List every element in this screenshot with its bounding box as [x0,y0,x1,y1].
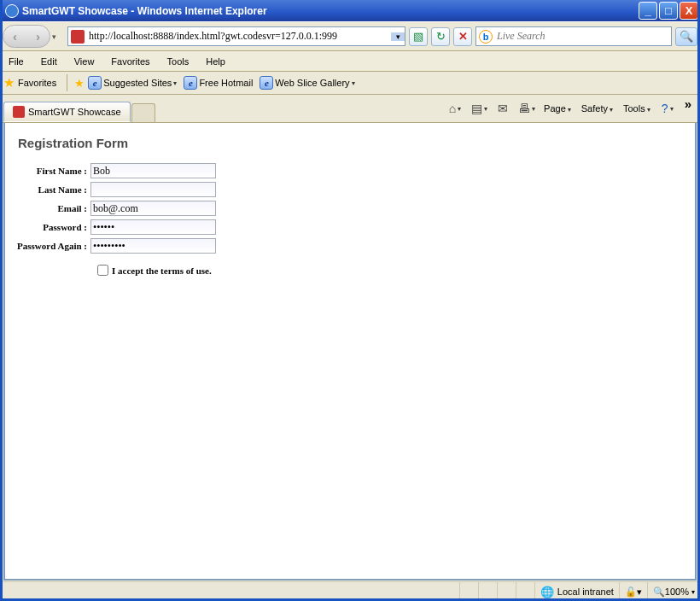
print-icon[interactable]: 🖶▾ [515,102,539,115]
forward-button[interactable]: › [26,26,50,47]
password-label: Password : [5,222,90,232]
suggested-sites-link[interactable]: e Suggested Sites ▾ [88,76,177,90]
more-chevron-icon[interactable]: » [685,96,691,111]
close-button[interactable]: X [680,2,698,20]
nav-history-dropdown[interactable]: ▾ [52,32,62,41]
last-name-input[interactable] [90,182,216,197]
ie-icon: e [184,76,197,90]
menu-view[interactable]: View [66,56,103,67]
free-hotmail-link[interactable]: e Free Hotmail [184,76,253,90]
web-slice-link[interactable]: e Web Slice Gallery ▾ [260,76,354,90]
mail-icon[interactable]: ✉ [491,102,515,115]
refresh-button[interactable]: ↻ [431,27,450,46]
feeds-icon[interactable]: ▤▾ [467,102,491,115]
tab-title: SmartGWT Showcase [28,107,121,117]
url-dropdown[interactable]: ▾ [391,32,405,41]
terms-checkbox[interactable] [97,265,108,276]
favorites-button[interactable]: Favorites [18,78,56,88]
security-zone[interactable]: 🌐 Local intranet [534,582,619,601]
minimize-button[interactable]: _ [639,2,657,20]
ie-icon: e [88,76,102,90]
menu-favorites[interactable]: Favorites [102,56,158,67]
email-label: Email : [5,203,90,213]
tools-menu[interactable]: Tools▾ [623,103,650,114]
compat-button[interactable]: ▧ [409,27,428,46]
back-button[interactable]: ‹ [3,26,26,47]
maximize-button[interactable]: □ [659,2,678,20]
url-input[interactable] [87,29,391,44]
zoom-level[interactable]: 🔍 100%▾ [647,582,700,601]
menu-help[interactable]: Help [197,56,234,67]
bing-icon: b [479,30,493,44]
email-input[interactable] [90,201,216,216]
search-button[interactable]: 🔍 [675,27,697,46]
chevron-down-icon: ▾ [352,79,355,87]
menu-tools[interactable]: Tools [159,56,198,67]
window-title: SmartGWT Showcase - Windows Internet Exp… [22,5,267,17]
search-bar[interactable]: b [475,26,672,46]
browser-tab[interactable]: SmartGWT Showcase [3,102,131,122]
safety-menu[interactable]: Safety▾ [581,103,613,114]
first-name-label: First Name : [5,166,90,176]
add-favorite-icon[interactable]: ★ [74,77,85,90]
chevron-down-icon: ▾ [173,79,177,87]
favorites-star-icon[interactable]: ★ [3,75,15,90]
separator [67,74,67,91]
menu-edit[interactable]: Edit [32,56,66,67]
status-text [0,582,459,601]
protected-mode-icon[interactable]: 🔓▾ [619,582,647,601]
last-name-label: Last Name : [5,184,90,195]
home-icon[interactable]: ⌂▾ [443,102,467,115]
web-slice-label: Web Slice Gallery [275,78,349,88]
page-menu[interactable]: Page▾ [544,103,571,114]
free-hotmail-label: Free Hotmail [199,78,253,88]
ie-app-icon [5,4,19,18]
suggested-sites-label: Suggested Sites [103,78,172,88]
address-bar[interactable]: ▾ [67,26,405,46]
menu-file[interactable]: File [0,56,32,67]
new-tab-button[interactable] [131,103,155,122]
password-again-input[interactable] [90,238,216,254]
tab-favicon-icon [13,106,25,118]
password-input[interactable] [90,219,216,235]
ie-icon: e [260,76,273,90]
site-favicon-icon [71,30,85,44]
form-heading: Registration Form [18,136,682,150]
stop-button[interactable]: ✕ [453,27,472,46]
terms-label: I accept the terms of use. [112,265,212,276]
search-input[interactable] [495,29,671,44]
first-name-input[interactable] [90,163,216,178]
help-icon[interactable]: ?▾ [656,102,680,115]
password-again-label: Password Again : [5,241,90,251]
globe-icon: 🌐 [540,586,554,598]
